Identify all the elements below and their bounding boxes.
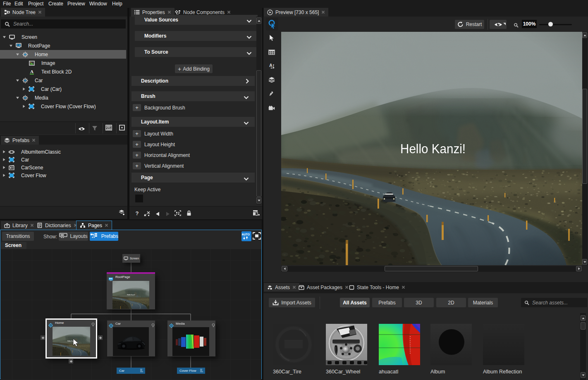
svg-text:A: A <box>269 63 272 68</box>
svg-text:?: ? <box>136 211 139 216</box>
svg-text:AUTO: AUTO <box>242 233 250 236</box>
svg-text:A: A <box>30 69 33 74</box>
